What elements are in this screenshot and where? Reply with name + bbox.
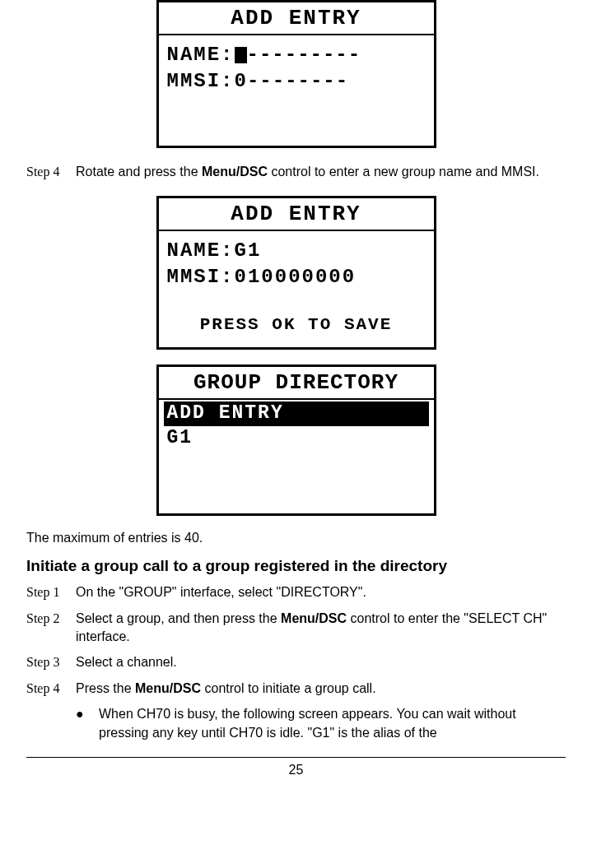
lcd-name-label: NAME: (167, 238, 235, 264)
bullet-text: When CH70 is busy, the following screen … (99, 705, 566, 742)
footer-divider (26, 757, 566, 758)
max-entries-note: The maximum of entries is 40. (26, 531, 566, 545)
menu-item-add-entry-selected: ADD ENTRY (164, 402, 429, 426)
step-text: Select a channel. (76, 653, 566, 671)
menu-dsc-control: Menu/DSC (135, 681, 201, 695)
lcd-add-entry-filled: ADD ENTRY NAME:G1 MMSI:010000000 PRESS O… (156, 196, 436, 350)
lcd-name-placeholder: --------- (247, 42, 361, 68)
step-2: Step 2 Select a group, and then press th… (26, 610, 566, 645)
lcd-name-label: NAME: (167, 42, 235, 68)
cursor-icon (235, 47, 247, 63)
step-label: Step 4 (26, 680, 76, 698)
menu-item-g1: G1 (164, 427, 429, 450)
page-number: 25 (26, 763, 566, 786)
lcd-name-value: G1 (235, 238, 262, 264)
bullet-icon: ● (76, 705, 99, 742)
lcd-add-entry-blank: ADD ENTRY NAME:--------- MMSI:0-------- (156, 0, 436, 148)
step-1: Step 1 On the "GROUP" interface, select … (26, 583, 566, 601)
step-label: Step 4 (26, 163, 76, 181)
menu-dsc-control: Menu/DSC (281, 611, 347, 625)
section-heading-initiate-group-call: Initiate a group call to a group registe… (26, 557, 566, 575)
step-4-rotate-instruction: Step 4 Rotate and press the Menu/DSC con… (26, 163, 566, 181)
lcd-title: ADD ENTRY (159, 2, 434, 35)
lcd-press-ok-prompt: PRESS OK TO SAVE (167, 290, 426, 342)
lcd-mmsi-label: MMSI: (167, 264, 235, 290)
bullet-ch70-busy: ● When CH70 is busy, the following scree… (76, 705, 566, 742)
lcd-mmsi-value: 010000000 (235, 264, 357, 290)
step-label: Step 1 (26, 583, 76, 601)
lcd-title: GROUP DIRECTORY (159, 367, 434, 400)
lcd-mmsi-value: 0-------- (235, 68, 349, 95)
step-label: Step 3 (26, 653, 76, 671)
menu-dsc-control: Menu/DSC (202, 165, 268, 179)
step-text: Press the Menu/DSC control to initiate a… (76, 680, 566, 698)
step-text: On the "GROUP" interface, select "DIRECT… (76, 583, 566, 601)
step-text: Select a group, and then press the Menu/… (76, 610, 566, 645)
lcd-title: ADD ENTRY (159, 198, 434, 231)
step-label: Step 2 (26, 610, 76, 645)
step-3: Step 3 Select a channel. (26, 653, 566, 671)
step-4: Step 4 Press the Menu/DSC control to ini… (26, 680, 566, 698)
lcd-mmsi-label: MMSI: (167, 68, 235, 95)
step-text: Rotate and press the Menu/DSC control to… (76, 163, 566, 181)
lcd-group-directory: GROUP DIRECTORY ADD ENTRY G1 (156, 364, 436, 516)
